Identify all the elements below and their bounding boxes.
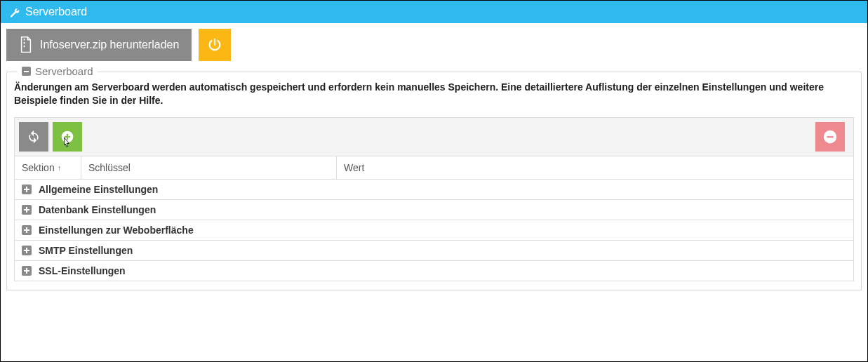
power-icon — [207, 37, 222, 53]
grid-body: Allgemeine Einstellungen Datenbank Einst… — [14, 180, 854, 281]
fieldset-legend: Serverboard — [18, 65, 98, 77]
sort-asc-icon: ↑ — [58, 163, 62, 172]
group-label: SMTP Einstellungen — [39, 245, 133, 256]
group-row[interactable]: Allgemeine Einstellungen — [15, 180, 853, 200]
column-header-wert[interactable]: Wert — [337, 156, 853, 179]
group-row[interactable]: Datenbank Einstellungen — [15, 200, 853, 220]
grid-toolbar — [14, 117, 854, 156]
column-header-sektion-label: Sektion — [22, 162, 55, 173]
group-row[interactable]: Einstellungen zur Weboberfläche — [15, 220, 853, 241]
expand-icon[interactable] — [22, 185, 32, 194]
info-text: Änderungen am Serverboard werden automat… — [14, 81, 854, 107]
download-button-label: Infoserver.zip herunterladen — [40, 39, 179, 51]
add-button[interactable] — [53, 122, 82, 152]
group-row[interactable]: SSL-Einstellungen — [15, 261, 853, 281]
refresh-button[interactable] — [19, 122, 48, 152]
page-title: Serverboard — [25, 6, 87, 18]
group-label: SSL-Einstellungen — [39, 265, 126, 276]
collapse-icon[interactable] — [22, 67, 31, 76]
svg-rect-2 — [827, 136, 833, 138]
expand-icon[interactable] — [22, 205, 32, 215]
group-label: Datenbank Einstellungen — [39, 204, 156, 215]
column-header-sektion[interactable]: Sektion ↑ — [15, 156, 81, 179]
page-toolbar: Infoserver.zip herunterladen — [1, 23, 867, 61]
refresh-icon — [27, 130, 41, 144]
power-button[interactable] — [199, 29, 231, 61]
download-button[interactable]: Infoserver.zip herunterladen — [6, 29, 192, 61]
expand-icon[interactable] — [22, 266, 32, 276]
serverboard-fieldset: Serverboard Änderungen am Serverboard we… — [6, 72, 862, 290]
wrench-icon — [9, 7, 20, 18]
column-header-wert-label: Wert — [344, 162, 364, 173]
remove-button[interactable] — [815, 122, 845, 152]
add-icon — [60, 130, 74, 144]
group-label: Einstellungen zur Weboberfläche — [39, 224, 194, 236]
group-label: Allgemeine Einstellungen — [39, 184, 158, 195]
fieldset-legend-label: Serverboard — [35, 65, 93, 77]
column-header-schluessel-label: Schlüssel — [88, 162, 131, 173]
column-header-schluessel[interactable]: Schlüssel — [81, 156, 337, 179]
expand-icon[interactable] — [22, 225, 32, 235]
page-header: Serverboard — [1, 1, 867, 23]
group-row[interactable]: SMTP Einstellungen — [15, 241, 853, 261]
file-zip-icon — [19, 36, 33, 53]
remove-icon — [822, 129, 838, 145]
expand-icon[interactable] — [22, 246, 32, 255]
grid-header: Sektion ↑ Schlüssel Wert — [14, 156, 854, 180]
